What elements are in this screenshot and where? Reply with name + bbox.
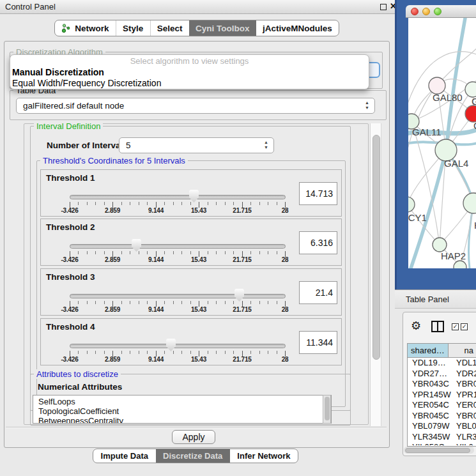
network-window-titlebar[interactable] [406,5,476,18]
thresholds-group-title: Threshold's Coordinates for 5 Intervals [40,156,188,165]
table-horizontal-scrollbar[interactable] [404,447,474,454]
cyni-toolbox-panel: Discretization Algorithm Select algorith… [4,41,390,448]
tab-cyni-toolbox[interactable]: Cyni Toolbox [189,20,256,36]
list-item[interactable]: SelfLoops [38,397,331,406]
threshold-1-value-field[interactable]: 14.713 [299,182,337,205]
node-label-gal4: GAL4 [444,158,468,169]
algorithm-option-manual[interactable]: Manual Discretization [10,67,369,78]
threshold-2-slider-track[interactable] [70,244,286,249]
numerical-attributes-list: SelfLoops TopologicalCoefficient Between… [33,395,332,424]
node-label-clipped-ga: GA [472,96,476,107]
list-item[interactable]: BetweennessCentrality [38,416,331,424]
combo-stepper-icon: ▲▼ [365,100,369,111]
split-view-icon[interactable] [431,321,444,332]
list-item[interactable]: TopologicalCoefficient [38,406,331,416]
node-label-gal80: GAL80 [433,92,463,103]
node-clipped-right-mid[interactable] [463,193,476,213]
scrollbar-thumb[interactable] [325,397,330,420]
table-header-row: shared… na [408,344,476,358]
threshold-3-slider-track[interactable] [70,294,286,298]
tab-label: Style [123,24,143,33]
threshold-2-value-field[interactable]: 6.316 [299,231,337,254]
table-row[interactable]: YBR045CYBR0 [408,411,476,422]
interval-definition-group-title: Interval Definition [34,121,103,131]
table-row[interactable]: YPR145WYPR1 [408,390,476,401]
node-label-clipped-c: C [473,120,476,131]
node-clipped-right-top[interactable] [465,82,476,97]
threshold-2-slider-thumb[interactable] [132,239,141,252]
column-header-shared[interactable]: shared… [408,344,449,357]
scrollbar-thumb[interactable] [372,135,380,360]
node-label-gal11: GAL11 [412,127,441,137]
gear-icon[interactable]: ⚙ [411,320,421,332]
tab-label: Network [75,24,109,33]
table-row[interactable]: YDL19…YDL1 [408,358,476,369]
table-panel-title: Table Panel [406,295,449,304]
threshold-4-value-field[interactable]: 11.344 [299,331,337,354]
table-panel-section: Table Panel ⚙ ✓ ✓ shared… na YDL19…YDL1 … [395,289,476,476]
number-of-intervals-combobox[interactable]: 5 ▲▼ [119,137,274,153]
divider [6,427,387,428]
control-panel-titlebar: Control Panel ✕ [0,0,395,14]
tab-label: jActiveMNodules [263,24,332,33]
table-row[interactable]: YIL052CYIL0 [408,442,476,445]
checkbox-icon[interactable]: ✓ [452,323,459,330]
tab-impute-data[interactable]: Impute Data [93,449,156,463]
threshold-4-slider-thumb[interactable] [166,339,176,351]
threshold-4-label: Threshold 4 [46,322,95,332]
checkbox-icon[interactable]: ✓ [461,323,468,330]
algorithm-option-equal-width[interactable]: Equal Width/Frequency Discretization [10,78,369,89]
table-row[interactable]: YBL079WYBL0 [408,421,476,432]
tab-network[interactable]: Network [55,20,116,36]
tab-style[interactable]: Style [116,20,150,36]
threshold-1-slider-track[interactable] [70,195,286,199]
network-desktop: GAL80 GA C GAL11 GAL4 GCY1 H HAP2 [395,0,476,289]
threshold-3-value-field[interactable]: 21.4 [299,281,337,304]
apply-button[interactable]: Apply [172,430,215,444]
threshold-4-slider-track[interactable] [70,344,286,348]
threshold-2-label: Threshold 2 [46,222,95,232]
tab-jactivemnodules[interactable]: jActiveMNodules [256,20,339,36]
scrollbar-thumb[interactable] [405,448,470,453]
table-data-combobox[interactable]: galFiltered.sif default node ▲▼ [16,98,375,114]
tab-infer-network[interactable]: Infer Network [230,449,298,463]
intervals-selected-value: 5 [126,141,131,150]
float-window-icon[interactable] [380,4,387,10]
node-clipped-bottom[interactable] [454,261,466,268]
table-data-selected-value: galFiltered.sif default node [23,101,124,111]
slider-major-ticks [70,301,286,307]
combo-stepper-icon: ▲▼ [264,140,268,150]
tab-label: Cyni Toolbox [196,24,250,33]
column-header-name[interactable]: na [449,344,476,357]
threshold-1-panel: Threshold 1 -3.426 2.859 9.144 15.43 21.… [40,169,342,217]
zoom-traffic-light[interactable] [434,8,441,15]
algorithm-placeholder-option[interactable]: Select algorithm to view settings [10,56,369,67]
table-row[interactable]: YLR345WYLR3 [408,432,476,443]
node-hap2[interactable] [433,238,447,252]
tab-label: Infer Network [237,451,290,461]
minimize-traffic-light[interactable] [422,8,430,15]
table-row[interactable]: YBR043CYBR0 [408,379,476,390]
close-traffic-light[interactable] [411,8,418,15]
tab-label: Select [157,24,183,33]
attributes-group-title: Attributes to discretize [34,369,121,379]
table-row[interactable]: YER054CYER0 [408,400,476,411]
attributes-list-scrollbar[interactable] [323,395,331,424]
tab-discretize-data[interactable]: Discretize Data [156,449,230,463]
table-panel-body: ⚙ ✓ ✓ shared… na YDL19…YDL1 YDR27…YDR2 Y… [403,312,476,456]
network-graph: GAL80 GA C GAL11 GAL4 GCY1 H HAP2 [408,18,476,268]
node-gcy1[interactable] [408,197,415,212]
numerical-attributes-label: Numerical Attributes [38,382,122,392]
table-row[interactable]: YDR27…YDR2 [408,369,476,380]
threshold-1-slider-thumb[interactable] [189,190,199,203]
panel-title: Control Panel [5,2,56,12]
tab-label: Discretize Data [163,451,222,461]
main-vertical-scrollbar[interactable] [370,123,381,426]
network-icon [61,24,71,33]
network-canvas[interactable]: GAL80 GA C GAL11 GAL4 GCY1 H HAP2 [408,18,476,268]
threshold-3-slider-thumb[interactable] [234,289,244,302]
tab-select[interactable]: Select [150,20,189,36]
threshold-3-panel: Threshold 3 -3.426 2.859 9.144 15.43 21.… [40,268,342,316]
node-label-hap2: HAP2 [441,250,466,261]
threshold-4-panel: Threshold 4 -3.426 2.859 9.144 15.43 21.… [40,318,342,365]
